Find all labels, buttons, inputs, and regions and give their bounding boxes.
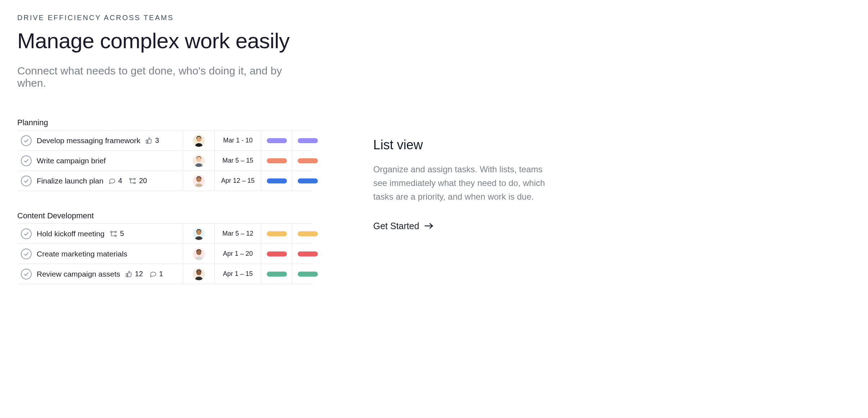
page-subhead: Connect what needs to get done, who's do… xyxy=(17,65,312,89)
task-name: Develop messaging framework xyxy=(37,136,140,145)
assignee-cell[interactable] xyxy=(183,264,214,284)
likes-count: 3 xyxy=(155,136,159,145)
tag-cell[interactable] xyxy=(261,151,292,171)
date-range: Mar 1 - 10 xyxy=(223,137,252,144)
avatar xyxy=(193,155,205,167)
date-cell[interactable]: Mar 1 - 10 xyxy=(214,131,261,150)
date-range: Apr 1 – 20 xyxy=(223,250,253,258)
assignee-cell[interactable] xyxy=(183,151,214,171)
task-row[interactable]: Review campaign assets121Apr 1 – 15 xyxy=(17,264,312,284)
svg-point-9 xyxy=(110,231,112,232)
tag-cell[interactable] xyxy=(261,171,292,191)
task-row[interactable]: Write campaign briefMar 5 – 15 xyxy=(17,151,312,171)
task-main-cell: Review campaign assets121 xyxy=(17,269,183,280)
comments-meta[interactable]: 4 xyxy=(109,177,122,185)
date-range: Apr 1 – 15 xyxy=(223,270,253,278)
avatar xyxy=(193,135,205,147)
tag-cell[interactable] xyxy=(292,264,323,284)
complete-check-icon[interactable] xyxy=(21,228,32,239)
task-main-cell: Develop messaging framework3 xyxy=(17,135,183,146)
section-title: Planning xyxy=(17,118,312,127)
task-row[interactable]: Finalize launch plan420Apr 12 – 15 xyxy=(17,171,312,191)
date-cell[interactable]: Apr 12 – 15 xyxy=(214,171,261,191)
complete-check-icon[interactable] xyxy=(21,155,32,166)
feature-desc: Organize and assign tasks. With lists, t… xyxy=(373,163,557,204)
date-cell[interactable]: Apr 1 – 20 xyxy=(214,244,261,264)
tag-pill xyxy=(298,231,318,236)
tag-pill xyxy=(267,251,287,256)
tag-pill xyxy=(267,138,287,143)
assignee-cell[interactable] xyxy=(183,244,214,264)
tag-cell[interactable] xyxy=(261,224,292,244)
task-main-cell: Finalize launch plan420 xyxy=(17,176,183,186)
svg-point-11 xyxy=(115,235,116,236)
task-row[interactable]: Create marketing materialsApr 1 – 20 xyxy=(17,244,312,264)
avatar xyxy=(193,175,205,187)
tag-pill xyxy=(267,231,287,236)
task-name: Review campaign assets xyxy=(37,270,120,278)
task-main-cell: Create marketing materials xyxy=(17,249,183,259)
tag-cell[interactable] xyxy=(261,244,292,264)
svg-point-4 xyxy=(129,178,131,180)
subtasks-meta[interactable]: 5 xyxy=(110,230,124,238)
avatar xyxy=(193,248,205,260)
tag-pill xyxy=(298,138,318,143)
task-name: Finalize launch plan xyxy=(37,177,104,185)
subtasks-meta[interactable]: 20 xyxy=(129,177,147,185)
subtasks-count: 20 xyxy=(139,177,147,185)
svg-point-6 xyxy=(134,182,135,183)
complete-check-icon[interactable] xyxy=(21,269,32,280)
tag-cell[interactable] xyxy=(292,131,323,150)
likes-meta[interactable]: 3 xyxy=(145,136,159,145)
assignee-cell[interactable] xyxy=(183,224,214,244)
tag-pill xyxy=(298,178,318,183)
tag-cell[interactable] xyxy=(292,171,323,191)
likes-count: 12 xyxy=(135,270,143,278)
tag-cell[interactable] xyxy=(292,151,323,171)
tag-cell[interactable] xyxy=(292,224,323,244)
assignee-cell[interactable] xyxy=(183,171,214,191)
task-row[interactable]: Hold kickoff meeting5Mar 5 – 12 xyxy=(17,224,312,244)
task-main-cell: Hold kickoff meeting5 xyxy=(17,228,183,239)
task-table: Develop messaging framework3Mar 1 - 10Wr… xyxy=(17,130,312,191)
feature-title: List view xyxy=(373,137,557,153)
tag-pill xyxy=(298,272,318,277)
avatar xyxy=(193,268,205,280)
task-main-cell: Write campaign brief xyxy=(17,155,183,166)
assignee-cell[interactable] xyxy=(183,131,214,150)
tag-cell[interactable] xyxy=(261,264,292,284)
task-name: Hold kickoff meeting xyxy=(37,230,105,238)
tag-pill xyxy=(267,178,287,183)
comments-count: 1 xyxy=(159,270,163,278)
date-cell[interactable]: Mar 5 – 12 xyxy=(214,224,261,244)
subtasks-count: 5 xyxy=(120,230,124,238)
date-range: Apr 12 – 15 xyxy=(221,177,255,185)
task-name: Create marketing materials xyxy=(37,250,127,258)
likes-meta[interactable]: 12 xyxy=(125,270,143,278)
feature-panel: List view Organize and assign tasks. Wit… xyxy=(373,137,557,231)
date-cell[interactable]: Mar 5 – 15 xyxy=(214,151,261,171)
comments-meta[interactable]: 1 xyxy=(150,270,163,278)
date-range: Mar 5 – 12 xyxy=(222,230,253,237)
date-cell[interactable]: Apr 1 – 15 xyxy=(214,264,261,284)
complete-check-icon[interactable] xyxy=(21,135,32,146)
get-started-link[interactable]: Get Started xyxy=(373,221,434,231)
svg-point-10 xyxy=(115,231,116,232)
eyebrow-text: DRIVE EFFICIENCY ACROSS TEAMS xyxy=(17,14,312,22)
date-range: Mar 5 – 15 xyxy=(222,157,253,164)
complete-check-icon[interactable] xyxy=(21,176,32,186)
tag-cell[interactable] xyxy=(261,131,292,150)
section-title: Content Development xyxy=(17,211,312,221)
task-table: Hold kickoff meeting5Mar 5 – 12Create ma… xyxy=(17,223,312,284)
tag-cell[interactable] xyxy=(292,244,323,264)
tag-pill xyxy=(267,272,287,277)
tag-pill xyxy=(298,251,318,256)
svg-point-5 xyxy=(134,178,135,180)
complete-check-icon[interactable] xyxy=(21,249,32,259)
tag-pill xyxy=(298,158,318,163)
cta-label: Get Started xyxy=(373,221,419,231)
task-row[interactable]: Develop messaging framework3Mar 1 - 10 xyxy=(17,131,312,151)
page-headline: Manage complex work easily xyxy=(17,28,312,53)
task-name: Write campaign brief xyxy=(37,156,106,165)
avatar xyxy=(193,228,205,240)
